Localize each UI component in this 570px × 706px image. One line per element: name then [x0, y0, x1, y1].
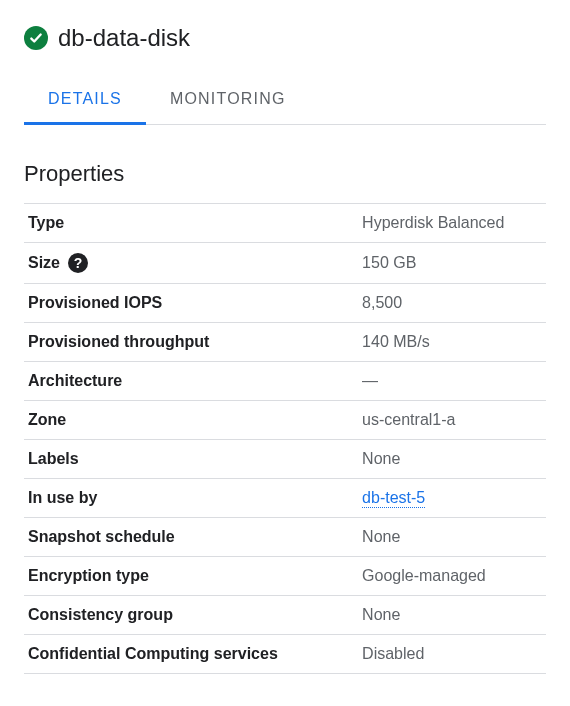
table-row: Labels None — [24, 440, 546, 479]
property-label-labels: Labels — [24, 440, 358, 479]
table-row: Provisioned IOPS 8,500 — [24, 284, 546, 323]
property-value-size: 150 GB — [358, 243, 546, 284]
table-row: Type Hyperdisk Balanced — [24, 204, 546, 243]
in-use-by-link[interactable]: db-test-5 — [362, 489, 425, 508]
property-label-size: Size ? — [24, 243, 358, 284]
property-label-architecture: Architecture — [24, 362, 358, 401]
property-value-type: Hyperdisk Balanced — [358, 204, 546, 243]
property-label-confidential-computing: Confidential Computing services — [24, 635, 358, 674]
table-row: Encryption type Google-managed — [24, 557, 546, 596]
property-value-labels: None — [358, 440, 546, 479]
table-row: Size ? 150 GB — [24, 243, 546, 284]
property-label-consistency-group: Consistency group — [24, 596, 358, 635]
tab-details[interactable]: DETAILS — [24, 76, 146, 125]
property-label-provisioned-iops: Provisioned IOPS — [24, 284, 358, 323]
properties-table: Type Hyperdisk Balanced Size ? 150 GB Pr… — [24, 203, 546, 674]
table-row: Consistency group None — [24, 596, 546, 635]
status-ready-icon — [24, 26, 48, 50]
table-row: Provisioned throughput 140 MB/s — [24, 323, 546, 362]
page-title: db-data-disk — [58, 24, 190, 52]
property-label-zone: Zone — [24, 401, 358, 440]
property-value-provisioned-throughput: 140 MB/s — [358, 323, 546, 362]
property-label-in-use-by: In use by — [24, 479, 358, 518]
tabs-bar: DETAILS MONITORING — [24, 76, 546, 125]
table-row: Zone us-central1-a — [24, 401, 546, 440]
table-row: Confidential Computing services Disabled — [24, 635, 546, 674]
property-value-consistency-group: None — [358, 596, 546, 635]
tab-monitoring[interactable]: MONITORING — [146, 76, 310, 125]
property-value-confidential-computing: Disabled — [358, 635, 546, 674]
property-value-snapshot-schedule: None — [358, 518, 546, 557]
property-value-architecture: — — [358, 362, 546, 401]
property-value-zone: us-central1-a — [358, 401, 546, 440]
property-label-type: Type — [24, 204, 358, 243]
property-label-snapshot-schedule: Snapshot schedule — [24, 518, 358, 557]
property-value-encryption-type: Google-managed — [358, 557, 546, 596]
property-label-encryption-type: Encryption type — [24, 557, 358, 596]
page-header: db-data-disk — [24, 24, 546, 52]
table-row: Snapshot schedule None — [24, 518, 546, 557]
property-value-in-use-by: db-test-5 — [358, 479, 546, 518]
section-title-properties: Properties — [24, 161, 546, 187]
size-label-text: Size — [28, 254, 60, 272]
table-row: In use by db-test-5 — [24, 479, 546, 518]
help-icon[interactable]: ? — [68, 253, 88, 273]
property-value-provisioned-iops: 8,500 — [358, 284, 546, 323]
table-row: Architecture — — [24, 362, 546, 401]
property-label-provisioned-throughput: Provisioned throughput — [24, 323, 358, 362]
